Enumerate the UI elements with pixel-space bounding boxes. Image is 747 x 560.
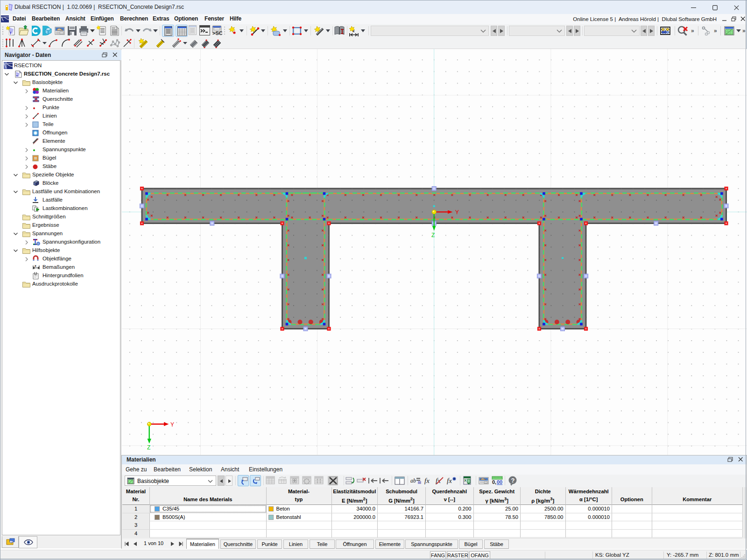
svg-text:X: X: [464, 478, 467, 483]
svg-text:x: x: [352, 29, 355, 33]
svg-text:00: 00: [497, 479, 502, 485]
svg-text:fx: fx: [447, 477, 452, 484]
svg-text:?: ?: [511, 477, 515, 484]
svg-text:Z: Z: [431, 232, 435, 238]
svg-text:Y: Y: [170, 421, 174, 428]
svg-text:ab: ab: [410, 477, 416, 484]
svg-text:0,: 0,: [492, 479, 496, 485]
svg-text:Z: Z: [147, 444, 150, 451]
svg-text:x: x: [35, 264, 36, 267]
svg-text:fx: fx: [424, 477, 430, 484]
svg-text:>SC: >SC: [212, 30, 222, 36]
svg-text:Y: Y: [455, 209, 459, 216]
